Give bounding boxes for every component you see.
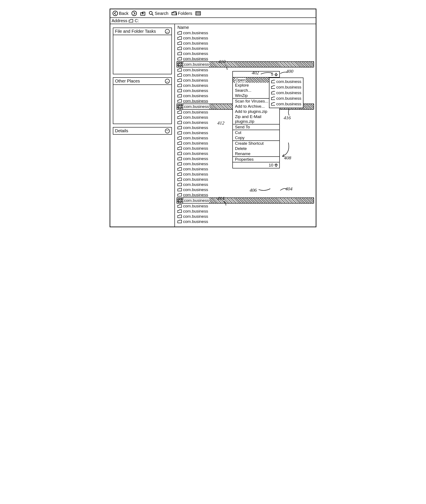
folder-row[interactable]: com.business bbox=[175, 56, 316, 61]
folder-icon bbox=[178, 57, 182, 61]
folder-icon bbox=[178, 47, 182, 50]
folder-row[interactable]: com.business bbox=[175, 192, 316, 198]
views-button[interactable] bbox=[195, 11, 201, 16]
chevron-up-icon[interactable]: ︽ bbox=[165, 29, 170, 34]
sidebar-panel-header[interactable]: File and Folder Tasks ︽ bbox=[113, 28, 171, 35]
folder-icon bbox=[178, 94, 182, 98]
context-menu-pager-top[interactable]: 5 bbox=[233, 71, 279, 78]
folder-icon bbox=[178, 42, 182, 45]
back-arrow-icon bbox=[113, 11, 118, 16]
folder-row[interactable]: com.business bbox=[175, 35, 316, 41]
folder-row[interactable]: com.business bbox=[175, 214, 316, 219]
arrow-down-icon bbox=[274, 163, 278, 167]
toolbar: Back Search Folders bbox=[110, 9, 316, 18]
folder-row[interactable]: com.business bbox=[175, 187, 316, 192]
up-button[interactable] bbox=[140, 11, 146, 16]
folder-row[interactable]: com.business bbox=[175, 177, 316, 182]
column-header-name[interactable]: Name bbox=[175, 25, 316, 30]
svg-rect-6 bbox=[198, 12, 199, 13]
folder-icon bbox=[178, 111, 182, 114]
back-button[interactable]: Back bbox=[113, 11, 128, 16]
folder-name: com.business bbox=[183, 46, 208, 51]
folder-icon bbox=[178, 188, 182, 192]
folder-name: com.business bbox=[183, 172, 208, 177]
context-menu-item[interactable]: Delete bbox=[233, 146, 279, 151]
main-area: File and Folder Tasks ︽ Other Places ︽ D… bbox=[110, 24, 316, 227]
chevron-down-icon[interactable]: ︾ bbox=[165, 128, 170, 133]
folders-icon bbox=[171, 11, 177, 16]
submenu-item[interactable]: com.business bbox=[271, 101, 301, 107]
folder-row[interactable]: com.business bbox=[175, 30, 316, 35]
svg-rect-9 bbox=[198, 14, 199, 14]
address-path[interactable]: C: bbox=[135, 18, 139, 23]
folder-icon bbox=[178, 178, 182, 181]
pager-bottom-value: 10 bbox=[269, 163, 273, 168]
explorer-window: Back Search Folders Address bbox=[110, 9, 316, 227]
folder-icon bbox=[178, 84, 182, 87]
folder-icon bbox=[178, 220, 182, 223]
context-menu-item[interactable]: Create Shortcut bbox=[233, 141, 279, 146]
folder-icon bbox=[178, 68, 182, 72]
submenu-item-label: com.business bbox=[276, 79, 301, 85]
context-menu-item[interactable]: Cut bbox=[233, 130, 279, 135]
chevron-up-icon[interactable]: ︽ bbox=[165, 79, 170, 84]
folder-icon bbox=[178, 63, 182, 66]
folder-icon bbox=[178, 167, 182, 171]
submenu-item[interactable]: com.business bbox=[271, 79, 301, 85]
folders-label: Folders bbox=[178, 11, 192, 16]
context-menu-item[interactable]: Rename bbox=[233, 151, 279, 156]
folder-name: com.business bbox=[183, 115, 208, 120]
folder-icon bbox=[178, 157, 182, 160]
folder-row[interactable]: com.business bbox=[175, 41, 316, 46]
folder-row[interactable]: com.business bbox=[175, 46, 316, 51]
folder-row[interactable]: com.business bbox=[175, 209, 316, 214]
context-menu-item[interactable]: Zip and E-Mail plugins.zip bbox=[233, 114, 279, 124]
sidebar-panel-body bbox=[113, 85, 171, 124]
folder-icon bbox=[178, 183, 182, 186]
folder-icon bbox=[178, 131, 182, 135]
folders-button[interactable]: Folders bbox=[171, 11, 192, 16]
sidebar-panel-header[interactable]: Other Places ︽ bbox=[113, 78, 171, 85]
folder-icon bbox=[178, 199, 182, 202]
submenu-item[interactable]: com.business bbox=[271, 85, 301, 90]
search-button[interactable]: Search bbox=[149, 11, 168, 16]
folder-name: com.business bbox=[184, 104, 209, 109]
folder-name: com.business bbox=[183, 88, 208, 93]
submenu-item[interactable]: com.business bbox=[271, 90, 301, 96]
context-menu-pager-bottom[interactable]: 10 bbox=[233, 162, 279, 168]
folder-row[interactable]: com.business bbox=[175, 172, 316, 177]
context-menu-group: Send To bbox=[233, 125, 279, 130]
folder-icon bbox=[271, 85, 275, 89]
folder-icon bbox=[178, 204, 182, 208]
folder-icon bbox=[271, 80, 275, 83]
folder-icon bbox=[178, 152, 182, 155]
folder-row[interactable]: com.business bbox=[175, 182, 316, 187]
folder-name: com.business bbox=[183, 56, 208, 61]
context-menu-item[interactable]: Send To bbox=[233, 125, 279, 130]
folder-name: com.business bbox=[183, 41, 208, 46]
sidebar-panel: Details ︾ bbox=[113, 127, 172, 135]
context-menu-group: Properties bbox=[233, 157, 279, 162]
stage: Back Search Folders Address bbox=[110, 9, 316, 227]
folder-row[interactable]: com.business bbox=[177, 198, 314, 204]
sidebar-panel-header[interactable]: Details ︾ bbox=[113, 128, 171, 134]
folder-name: com.business bbox=[183, 146, 208, 151]
folder-name: com.business bbox=[183, 99, 208, 104]
folder-row[interactable]: com.business bbox=[175, 51, 316, 56]
forward-button[interactable] bbox=[131, 11, 137, 16]
folder-name: com.business bbox=[183, 209, 208, 214]
folder-name: com.business bbox=[183, 78, 208, 83]
folder-name: com.business bbox=[183, 35, 208, 41]
context-menu-item[interactable]: Copy bbox=[233, 135, 279, 141]
folder-row[interactable]: com.business bbox=[175, 219, 316, 224]
context-menu-item[interactable]: Properties bbox=[233, 157, 279, 162]
sidebar-panel-title: File and Folder Tasks bbox=[115, 29, 156, 34]
submenu-item[interactable]: com.business bbox=[271, 96, 301, 101]
folder-name: com.business bbox=[183, 51, 208, 56]
folder-icon bbox=[178, 210, 182, 213]
folder-row[interactable]: com.business bbox=[175, 204, 316, 209]
context-menu-group: CutCopy bbox=[233, 130, 279, 141]
context-menu-item[interactable]: Add to plugins.zip bbox=[233, 109, 279, 114]
folder-icon bbox=[178, 36, 182, 40]
folder-row[interactable]: com.business bbox=[177, 61, 314, 67]
